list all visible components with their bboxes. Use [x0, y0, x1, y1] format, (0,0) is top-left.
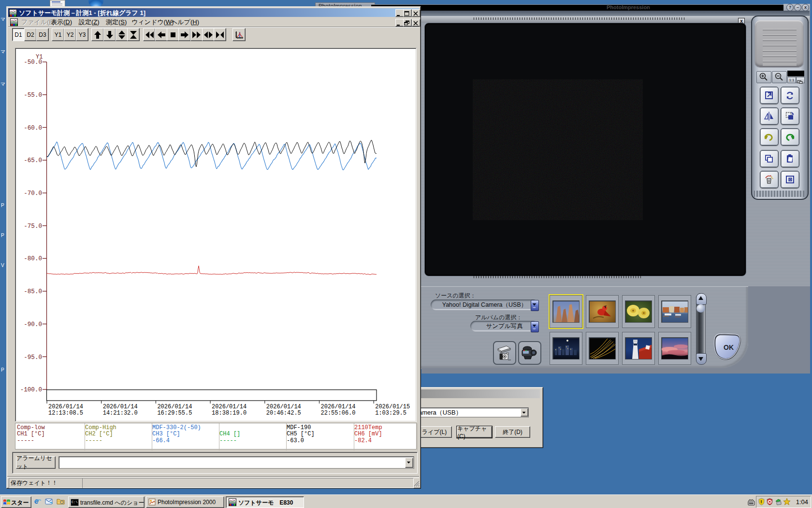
svg-text:-55.0: -55.0	[24, 92, 42, 99]
svg-text:-70.0: -70.0	[24, 190, 42, 197]
svg-text:-50.0: -50.0	[24, 59, 42, 66]
svg-text:!: !	[761, 499, 762, 504]
svg-text:20:46:42.5: 20:46:42.5	[266, 410, 301, 417]
svg-text:-85.0: -85.0	[24, 288, 42, 295]
svg-text:16:29:55.5: 16:29:55.5	[157, 410, 192, 417]
svg-text:-75.0: -75.0	[24, 223, 42, 230]
svg-text:OK: OK	[724, 344, 734, 351]
svg-text:-100.0: -100.0	[20, 387, 42, 393]
svg-text:1:03:29.5: 1:03:29.5	[375, 410, 406, 417]
svg-text:14:21:32.0: 14:21:32.0	[103, 410, 138, 417]
svg-text:22:55:06.0: 22:55:06.0	[321, 410, 356, 417]
svg-text:-95.0: -95.0	[24, 354, 42, 361]
svg-text:-90.0: -90.0	[24, 321, 42, 328]
svg-text:-60.0: -60.0	[24, 125, 42, 132]
svg-text:-80.0: -80.0	[24, 255, 42, 262]
svg-text:-65.0: -65.0	[24, 157, 42, 164]
svg-text:18:38:19.0: 18:38:19.0	[212, 410, 246, 417]
svg-text:12:13:08.5: 12:13:08.5	[48, 410, 83, 417]
